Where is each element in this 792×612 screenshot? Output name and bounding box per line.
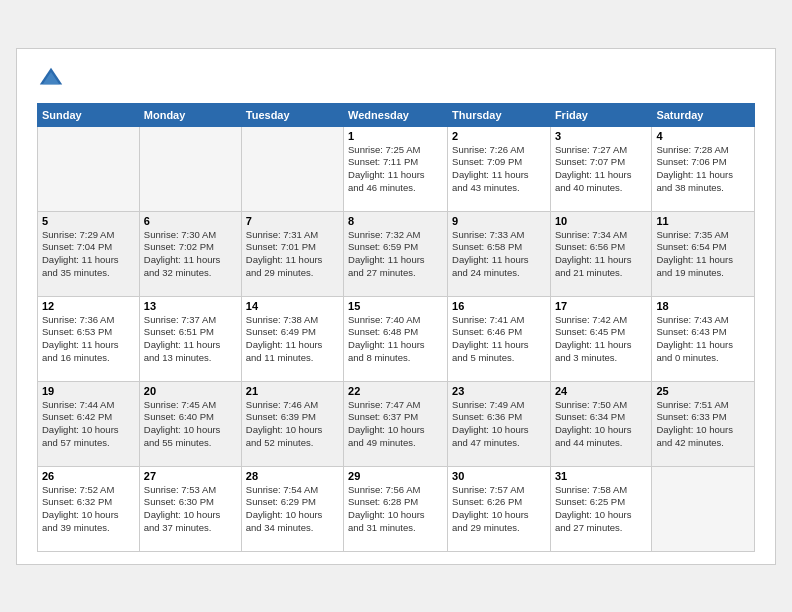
calendar-day-cell: 11Sunrise: 7:35 AM Sunset: 6:54 PM Dayli… xyxy=(652,211,755,296)
day-number: 5 xyxy=(42,215,135,227)
calendar-day-cell: 24Sunrise: 7:50 AM Sunset: 6:34 PM Dayli… xyxy=(550,381,652,466)
day-info: Sunrise: 7:51 AM Sunset: 6:33 PM Dayligh… xyxy=(656,399,750,450)
calendar-day-cell: 27Sunrise: 7:53 AM Sunset: 6:30 PM Dayli… xyxy=(139,466,241,551)
calendar-day-cell: 21Sunrise: 7:46 AM Sunset: 6:39 PM Dayli… xyxy=(241,381,343,466)
weekday-header-cell: Friday xyxy=(550,103,652,126)
day-number: 30 xyxy=(452,470,546,482)
calendar-day-cell: 17Sunrise: 7:42 AM Sunset: 6:45 PM Dayli… xyxy=(550,296,652,381)
day-number: 8 xyxy=(348,215,443,227)
day-info: Sunrise: 7:47 AM Sunset: 6:37 PM Dayligh… xyxy=(348,399,443,450)
calendar-day-cell: 5Sunrise: 7:29 AM Sunset: 7:04 PM Daylig… xyxy=(38,211,140,296)
day-info: Sunrise: 7:28 AM Sunset: 7:06 PM Dayligh… xyxy=(656,144,750,195)
weekday-header-cell: Monday xyxy=(139,103,241,126)
calendar-day-cell: 6Sunrise: 7:30 AM Sunset: 7:02 PM Daylig… xyxy=(139,211,241,296)
day-number: 12 xyxy=(42,300,135,312)
calendar-day-cell: 3Sunrise: 7:27 AM Sunset: 7:07 PM Daylig… xyxy=(550,126,652,211)
day-number: 19 xyxy=(42,385,135,397)
calendar-day-cell: 12Sunrise: 7:36 AM Sunset: 6:53 PM Dayli… xyxy=(38,296,140,381)
day-number: 7 xyxy=(246,215,339,227)
day-number: 13 xyxy=(144,300,237,312)
day-info: Sunrise: 7:32 AM Sunset: 6:59 PM Dayligh… xyxy=(348,229,443,280)
calendar-week-row: 1Sunrise: 7:25 AM Sunset: 7:11 PM Daylig… xyxy=(38,126,755,211)
day-info: Sunrise: 7:36 AM Sunset: 6:53 PM Dayligh… xyxy=(42,314,135,365)
calendar-day-cell: 15Sunrise: 7:40 AM Sunset: 6:48 PM Dayli… xyxy=(344,296,448,381)
calendar-day-cell: 2Sunrise: 7:26 AM Sunset: 7:09 PM Daylig… xyxy=(448,126,551,211)
day-number: 15 xyxy=(348,300,443,312)
day-number: 21 xyxy=(246,385,339,397)
day-info: Sunrise: 7:43 AM Sunset: 6:43 PM Dayligh… xyxy=(656,314,750,365)
day-number: 16 xyxy=(452,300,546,312)
calendar-day-cell: 20Sunrise: 7:45 AM Sunset: 6:40 PM Dayli… xyxy=(139,381,241,466)
calendar-day-cell: 14Sunrise: 7:38 AM Sunset: 6:49 PM Dayli… xyxy=(241,296,343,381)
day-info: Sunrise: 7:25 AM Sunset: 7:11 PM Dayligh… xyxy=(348,144,443,195)
day-number: 20 xyxy=(144,385,237,397)
calendar-day-cell: 18Sunrise: 7:43 AM Sunset: 6:43 PM Dayli… xyxy=(652,296,755,381)
day-number: 14 xyxy=(246,300,339,312)
calendar-day-cell: 9Sunrise: 7:33 AM Sunset: 6:58 PM Daylig… xyxy=(448,211,551,296)
calendar-day-cell: 25Sunrise: 7:51 AM Sunset: 6:33 PM Dayli… xyxy=(652,381,755,466)
day-number: 27 xyxy=(144,470,237,482)
calendar-day-cell: 16Sunrise: 7:41 AM Sunset: 6:46 PM Dayli… xyxy=(448,296,551,381)
calendar-day-cell: 10Sunrise: 7:34 AM Sunset: 6:56 PM Dayli… xyxy=(550,211,652,296)
day-info: Sunrise: 7:41 AM Sunset: 6:46 PM Dayligh… xyxy=(452,314,546,365)
day-info: Sunrise: 7:56 AM Sunset: 6:28 PM Dayligh… xyxy=(348,484,443,535)
day-number: 11 xyxy=(656,215,750,227)
day-info: Sunrise: 7:44 AM Sunset: 6:42 PM Dayligh… xyxy=(42,399,135,450)
day-number: 29 xyxy=(348,470,443,482)
day-number: 18 xyxy=(656,300,750,312)
day-info: Sunrise: 7:40 AM Sunset: 6:48 PM Dayligh… xyxy=(348,314,443,365)
weekday-header-cell: Saturday xyxy=(652,103,755,126)
day-number: 3 xyxy=(555,130,648,142)
calendar-day-cell: 7Sunrise: 7:31 AM Sunset: 7:01 PM Daylig… xyxy=(241,211,343,296)
day-info: Sunrise: 7:53 AM Sunset: 6:30 PM Dayligh… xyxy=(144,484,237,535)
day-number: 1 xyxy=(348,130,443,142)
weekday-header-cell: Thursday xyxy=(448,103,551,126)
day-info: Sunrise: 7:52 AM Sunset: 6:32 PM Dayligh… xyxy=(42,484,135,535)
day-info: Sunrise: 7:50 AM Sunset: 6:34 PM Dayligh… xyxy=(555,399,648,450)
calendar-week-row: 26Sunrise: 7:52 AM Sunset: 6:32 PM Dayli… xyxy=(38,466,755,551)
calendar-container: SundayMondayTuesdayWednesdayThursdayFrid… xyxy=(16,48,776,565)
calendar-day-cell xyxy=(652,466,755,551)
calendar-day-cell: 8Sunrise: 7:32 AM Sunset: 6:59 PM Daylig… xyxy=(344,211,448,296)
calendar-day-cell: 22Sunrise: 7:47 AM Sunset: 6:37 PM Dayli… xyxy=(344,381,448,466)
weekday-header-cell: Sunday xyxy=(38,103,140,126)
weekday-header-cell: Tuesday xyxy=(241,103,343,126)
header-section xyxy=(37,65,755,93)
calendar-day-cell: 13Sunrise: 7:37 AM Sunset: 6:51 PM Dayli… xyxy=(139,296,241,381)
day-info: Sunrise: 7:30 AM Sunset: 7:02 PM Dayligh… xyxy=(144,229,237,280)
day-info: Sunrise: 7:38 AM Sunset: 6:49 PM Dayligh… xyxy=(246,314,339,365)
day-number: 9 xyxy=(452,215,546,227)
day-info: Sunrise: 7:31 AM Sunset: 7:01 PM Dayligh… xyxy=(246,229,339,280)
day-info: Sunrise: 7:45 AM Sunset: 6:40 PM Dayligh… xyxy=(144,399,237,450)
day-info: Sunrise: 7:46 AM Sunset: 6:39 PM Dayligh… xyxy=(246,399,339,450)
calendar-week-row: 12Sunrise: 7:36 AM Sunset: 6:53 PM Dayli… xyxy=(38,296,755,381)
day-number: 26 xyxy=(42,470,135,482)
calendar-day-cell xyxy=(38,126,140,211)
day-number: 25 xyxy=(656,385,750,397)
day-info: Sunrise: 7:29 AM Sunset: 7:04 PM Dayligh… xyxy=(42,229,135,280)
calendar-week-row: 5Sunrise: 7:29 AM Sunset: 7:04 PM Daylig… xyxy=(38,211,755,296)
day-info: Sunrise: 7:34 AM Sunset: 6:56 PM Dayligh… xyxy=(555,229,648,280)
calendar-day-cell: 30Sunrise: 7:57 AM Sunset: 6:26 PM Dayli… xyxy=(448,466,551,551)
calendar-day-cell: 23Sunrise: 7:49 AM Sunset: 6:36 PM Dayli… xyxy=(448,381,551,466)
day-info: Sunrise: 7:58 AM Sunset: 6:25 PM Dayligh… xyxy=(555,484,648,535)
day-info: Sunrise: 7:26 AM Sunset: 7:09 PM Dayligh… xyxy=(452,144,546,195)
day-number: 22 xyxy=(348,385,443,397)
calendar-day-cell: 4Sunrise: 7:28 AM Sunset: 7:06 PM Daylig… xyxy=(652,126,755,211)
day-info: Sunrise: 7:35 AM Sunset: 6:54 PM Dayligh… xyxy=(656,229,750,280)
weekday-header-row: SundayMondayTuesdayWednesdayThursdayFrid… xyxy=(38,103,755,126)
day-info: Sunrise: 7:42 AM Sunset: 6:45 PM Dayligh… xyxy=(555,314,648,365)
day-info: Sunrise: 7:27 AM Sunset: 7:07 PM Dayligh… xyxy=(555,144,648,195)
logo-area xyxy=(37,65,69,93)
day-number: 23 xyxy=(452,385,546,397)
day-info: Sunrise: 7:54 AM Sunset: 6:29 PM Dayligh… xyxy=(246,484,339,535)
calendar-day-cell xyxy=(139,126,241,211)
calendar-day-cell: 29Sunrise: 7:56 AM Sunset: 6:28 PM Dayli… xyxy=(344,466,448,551)
weekday-header-cell: Wednesday xyxy=(344,103,448,126)
calendar-grid: SundayMondayTuesdayWednesdayThursdayFrid… xyxy=(37,103,755,552)
calendar-day-cell: 31Sunrise: 7:58 AM Sunset: 6:25 PM Dayli… xyxy=(550,466,652,551)
day-number: 28 xyxy=(246,470,339,482)
day-number: 31 xyxy=(555,470,648,482)
day-info: Sunrise: 7:49 AM Sunset: 6:36 PM Dayligh… xyxy=(452,399,546,450)
logo-icon xyxy=(37,65,65,93)
